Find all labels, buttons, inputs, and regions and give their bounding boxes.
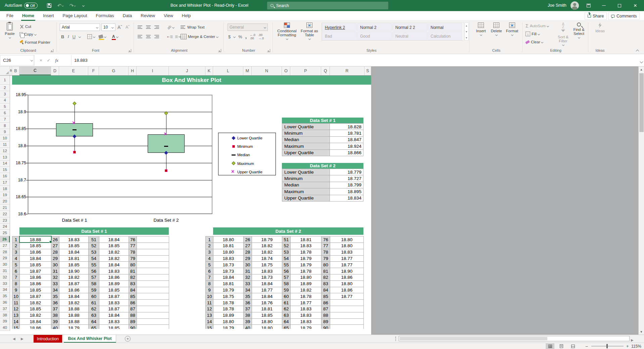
data-row-index[interactable]: 30: [243, 261, 252, 268]
row-header-4[interactable]: 4: [0, 97, 10, 104]
data-cell[interactable]: 18.80: [252, 324, 282, 329]
data-row-index[interactable]: 65: [282, 324, 291, 329]
chart-legend[interactable]: Lower QuartileMinimumMedianMaximum×Upper…: [218, 133, 276, 175]
data-row-index[interactable]: 61: [282, 299, 291, 306]
bold-button[interactable]: B: [61, 34, 64, 39]
data-cell[interactable]: 18.77: [330, 293, 364, 300]
sheet-tab-introduction[interactable]: Introduction: [34, 335, 62, 343]
style-neutral[interactable]: Neutral: [392, 32, 427, 40]
style-normal[interactable]: Normal: [428, 23, 462, 32]
data-cell[interactable]: 18.73: [252, 274, 282, 281]
align-middle-icon[interactable]: [146, 25, 151, 29]
data-cell[interactable]: 18.80: [213, 318, 244, 325]
vertical-scroll-thumb[interactable]: [639, 73, 644, 132]
find-select-button[interactable]: Find & Select: [571, 23, 587, 38]
format-as-table-button[interactable]: Format as Table: [299, 23, 319, 40]
data-row-index[interactable]: 29: [243, 255, 252, 262]
data-cell[interactable]: 18.80: [330, 280, 364, 287]
fill-button[interactable]: ↓Fill: [526, 31, 540, 37]
data-row-index[interactable]: 27: [243, 243, 252, 249]
zoom-slider[interactable]: [591, 346, 624, 346]
data-row-index[interactable]: 39: [243, 318, 252, 325]
row-header-1[interactable]: 1: [0, 76, 10, 85]
data-row-index[interactable]: 76: [321, 236, 330, 243]
data-cell[interactable]: 18.73: [213, 268, 244, 274]
page-layout-view-button[interactable]: [557, 343, 566, 349]
data-row-index[interactable]: 10: [205, 293, 213, 300]
font-size-select[interactable]: 10: [101, 24, 115, 31]
font-dialog-launcher[interactable]: [128, 49, 131, 52]
font-name-select[interactable]: Arial: [60, 24, 100, 31]
data-cell[interactable]: 18.78: [213, 299, 244, 306]
row-header-11[interactable]: 11: [0, 141, 10, 148]
sheet-nav-left-arrow[interactable]: ◀: [13, 335, 15, 343]
vertical-scrollbar[interactable]: ▲ ▼: [638, 67, 644, 335]
data-cell[interactable]: 18.83: [290, 312, 321, 319]
data-cell[interactable]: 18.80: [330, 236, 364, 243]
column-header-H[interactable]: H: [129, 67, 137, 75]
autosum-button[interactable]: ΣAutoSum: [526, 23, 549, 29]
name-box[interactable]: C26: [0, 55, 34, 66]
data-row-index[interactable]: 35: [243, 293, 252, 300]
data-row-index[interactable]: 15: [205, 324, 213, 329]
data-cell[interactable]: 18.84: [213, 274, 244, 281]
menu-tab-home[interactable]: Home: [18, 11, 39, 21]
wrap-text-button[interactable]: Wrap Text: [181, 24, 204, 30]
align-bottom-icon[interactable]: [154, 25, 159, 29]
box-2[interactable]: [148, 134, 185, 153]
data-cell[interactable]: [330, 312, 364, 319]
column-header-O[interactable]: O: [282, 67, 290, 75]
merge-center-button[interactable]: Merge & Center: [181, 34, 218, 40]
data-cell[interactable]: 18.74: [252, 255, 282, 262]
data-cell[interactable]: 18.75: [252, 261, 282, 268]
clear-button[interactable]: Clear: [526, 39, 543, 45]
data-cell[interactable]: [330, 306, 364, 312]
menu-tab-review[interactable]: Review: [136, 11, 159, 21]
data-cell[interactable]: 18.80: [213, 236, 244, 243]
data-row-index[interactable]: 58: [282, 280, 291, 287]
borders-button[interactable]: [87, 34, 95, 40]
row-header-6[interactable]: 6: [0, 110, 10, 116]
row-header-22[interactable]: 22: [0, 211, 10, 217]
row-header-15[interactable]: 15: [0, 167, 10, 173]
data-row-index[interactable]: 80: [321, 261, 330, 268]
data-cell[interactable]: 18.79: [252, 236, 282, 243]
row-header-16[interactable]: 16: [0, 173, 10, 179]
data-row-index[interactable]: 38: [243, 312, 252, 319]
data-cell[interactable]: 18.86: [330, 287, 364, 294]
data-row-index[interactable]: 32: [243, 274, 252, 281]
tab-scrollbar-splitter[interactable]: [395, 337, 396, 341]
number-dialog-launcher[interactable]: [267, 49, 270, 52]
data-cell[interactable]: 18.78: [290, 293, 321, 300]
decrease-indent-icon[interactable]: ⇤☰: [167, 35, 173, 39]
data-cell[interactable]: 18.77: [252, 287, 282, 294]
data-row-index[interactable]: 53: [282, 249, 291, 256]
data-row-index[interactable]: 82: [321, 274, 330, 281]
data-cell[interactable]: 18.90: [330, 268, 364, 274]
data-cell[interactable]: 18.83: [213, 255, 244, 262]
zoom-level[interactable]: 115%: [631, 344, 641, 349]
page-break-view-button[interactable]: [568, 343, 577, 349]
data-cell[interactable]: [330, 299, 364, 306]
font-color-button[interactable]: A: [112, 34, 118, 40]
data-row-index[interactable]: 54: [282, 255, 291, 262]
data-row-index[interactable]: 4: [205, 255, 213, 262]
data-row-index[interactable]: 3: [205, 249, 213, 256]
style-good[interactable]: Good: [357, 32, 392, 40]
new-sheet-button[interactable]: +: [125, 336, 131, 342]
row-header-12[interactable]: 12: [0, 148, 10, 154]
data-cell[interactable]: 18.89: [213, 312, 244, 319]
menu-tab-file[interactable]: File: [2, 11, 18, 21]
sheet-tab-box-and-whisker-plot[interactable]: Box And Whisker Plot: [64, 335, 116, 343]
data-cell[interactable]: 18.78: [290, 268, 321, 274]
data-cell[interactable]: 18.79: [290, 261, 321, 268]
comments-button[interactable]: Comments: [608, 12, 640, 20]
data-row-index[interactable]: 55: [282, 261, 291, 268]
italic-button[interactable]: I: [67, 34, 69, 39]
increase-font-button[interactable]: Aˆ: [117, 24, 122, 30]
data-cell[interactable]: 18.82: [252, 243, 282, 249]
data-row-index[interactable]: 26: [243, 236, 252, 243]
normal-view-button[interactable]: [546, 343, 554, 349]
data-row-index[interactable]: 85: [321, 293, 330, 300]
zoom-slider-thumb[interactable]: [606, 344, 608, 348]
